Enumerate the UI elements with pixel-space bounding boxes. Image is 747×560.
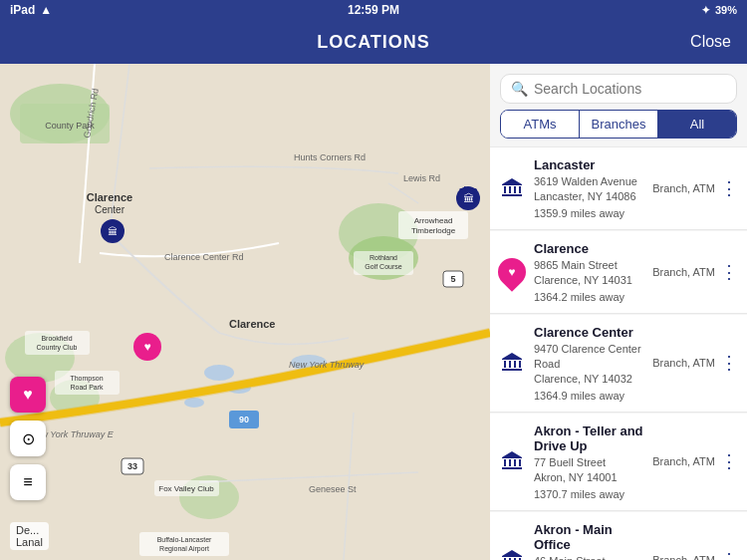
- heart-filter-button[interactable]: ♥: [10, 377, 46, 413]
- bank-icon: [498, 349, 526, 377]
- svg-text:Hunts Corners Rd: Hunts Corners Rd: [294, 152, 366, 162]
- location-distance: 1370.7 miles away: [534, 488, 644, 500]
- location-meta: Branch, ATM ⋮: [652, 176, 739, 200]
- battery-label: 39%: [715, 4, 737, 16]
- svg-text:Fox Valley Club: Fox Valley Club: [158, 484, 214, 493]
- svg-text:Timberlodge: Timberlodge: [411, 226, 456, 235]
- svg-text:Clarence Center Rd: Clarence Center Rd: [164, 252, 244, 262]
- location-address: 46 Main StreetAkron, NY 14001: [534, 554, 644, 560]
- list-item[interactable]: Akron - Main Office 46 Main StreetAkron,…: [490, 512, 747, 560]
- svg-text:Regional Airport: Regional Airport: [159, 545, 209, 553]
- main-content: 90 5 33 New York: [0, 64, 747, 560]
- svg-text:County Park: County Park: [45, 121, 95, 131]
- list-item[interactable]: Clarence Center 9470 Clarence Center Roa…: [490, 315, 747, 413]
- svg-text:Road Park: Road Park: [70, 384, 104, 391]
- location-info: Clarence 9865 Main StreetClarence, NY 14…: [534, 241, 644, 303]
- location-meta: Branch, ATM ⋮: [652, 548, 739, 560]
- location-info: Clarence Center 9470 Clarence Center Roa…: [534, 325, 644, 402]
- map-area[interactable]: 90 5 33 New York: [0, 64, 490, 560]
- location-info: Akron - Main Office 46 Main StreetAkron,…: [534, 522, 644, 560]
- svg-text:akro: akro: [458, 185, 478, 195]
- list-item[interactable]: Akron - Teller and Drive Up 77 Buell Str…: [490, 414, 747, 511]
- location-type: Branch, ATM: [652, 357, 715, 369]
- more-options-button[interactable]: ⋮: [719, 176, 739, 200]
- svg-text:Arrowhead: Arrowhead: [414, 216, 453, 225]
- location-address: 3619 Walden AvenueLancaster, NY 14086: [534, 174, 644, 205]
- svg-point-7: [204, 365, 234, 381]
- svg-text:90: 90: [239, 415, 249, 424]
- location-name: Clarence: [534, 241, 644, 256]
- location-button[interactable]: ⊙: [10, 420, 46, 456]
- tab-all[interactable]: All: [658, 111, 736, 138]
- location-type: Branch, ATM: [652, 182, 715, 194]
- locations-list: Lancaster 3619 Walden AvenueLancaster, N…: [490, 146, 747, 560]
- svg-text:Clarence: Clarence: [229, 318, 275, 330]
- search-input[interactable]: [534, 81, 726, 97]
- heart-pin-icon: [498, 258, 526, 286]
- tab-atms[interactable]: ATMs: [501, 111, 580, 138]
- location-name: Akron - Main Office: [534, 522, 644, 552]
- map-svg: 90 5 33 New York: [0, 64, 490, 560]
- svg-text:33: 33: [127, 461, 137, 471]
- location-address: 9865 Main StreetClarence, NY 14031: [534, 258, 644, 289]
- map-attribution: De...Lanal: [10, 522, 49, 550]
- right-panel: 🔍 ATMs Branches All Lancaster 3619 W: [490, 64, 747, 560]
- carrier-label: iPad: [10, 3, 35, 17]
- svg-text:🏛: 🏛: [108, 226, 118, 237]
- list-item[interactable]: Clarence 9865 Main StreetClarence, NY 14…: [490, 231, 747, 314]
- more-options-button[interactable]: ⋮: [719, 449, 739, 473]
- location-info: Lancaster 3619 Walden AvenueLancaster, N…: [534, 157, 644, 219]
- location-distance: 1359.9 miles away: [534, 207, 644, 219]
- location-type: Branch, ATM: [652, 554, 715, 560]
- svg-text:Rothland: Rothland: [370, 254, 397, 261]
- location-distance: 1364.2 miles away: [534, 291, 644, 303]
- svg-text:Brookfield: Brookfield: [41, 335, 72, 342]
- svg-text:Clarence: Clarence: [87, 191, 132, 203]
- location-meta: Branch, ATM ⋮: [652, 260, 739, 284]
- svg-text:♥: ♥: [143, 340, 150, 354]
- bluetooth-icon: ✦: [701, 4, 710, 17]
- title-bar: LOCATIONS Close: [0, 20, 747, 64]
- wifi-icon: ▲: [40, 3, 52, 17]
- search-input-wrap[interactable]: 🔍: [500, 74, 737, 104]
- location-type: Branch, ATM: [652, 455, 715, 467]
- page-title: LOCATIONS: [317, 32, 430, 53]
- close-button[interactable]: Close: [690, 33, 731, 51]
- location-name: Lancaster: [534, 157, 644, 172]
- location-name: Akron - Teller and Drive Up: [534, 423, 644, 453]
- location-distance: 1364.9 miles away: [534, 390, 644, 402]
- svg-text:Thompson: Thompson: [70, 375, 103, 383]
- svg-text:Golf Course: Golf Course: [365, 263, 401, 270]
- svg-text:Genesee St: Genesee St: [309, 484, 357, 494]
- location-meta: Branch, ATM ⋮: [652, 351, 739, 375]
- search-icon: 🔍: [511, 81, 528, 97]
- location-info: Akron - Teller and Drive Up 77 Buell Str…: [534, 423, 644, 500]
- status-bar: iPad ▲ 12:59 PM ✦ 39%: [0, 0, 747, 20]
- more-options-button[interactable]: ⋮: [719, 351, 739, 375]
- bank-icon: [498, 447, 526, 475]
- more-options-button[interactable]: ⋮: [719, 548, 739, 560]
- bank-icon: [498, 546, 526, 560]
- layers-button[interactable]: ≡: [10, 464, 46, 500]
- svg-text:Lewis Rd: Lewis Rd: [403, 173, 440, 183]
- search-bar: 🔍: [490, 64, 747, 110]
- time-label: 12:59 PM: [348, 3, 399, 17]
- svg-text:Country Club: Country Club: [37, 344, 78, 352]
- location-meta: Branch, ATM ⋮: [652, 449, 739, 473]
- svg-text:New York Thruway: New York Thruway: [289, 360, 365, 370]
- bank-icon: [498, 174, 526, 202]
- list-item[interactable]: Lancaster 3619 Walden AvenueLancaster, N…: [490, 146, 747, 230]
- filter-tabs: ATMs Branches All: [500, 110, 737, 139]
- map-controls: ♥ ⊙ ≡: [10, 377, 46, 500]
- more-options-button[interactable]: ⋮: [719, 260, 739, 284]
- tab-branches[interactable]: Branches: [580, 111, 658, 138]
- svg-text:5: 5: [450, 274, 455, 284]
- location-address: 77 Buell StreetAkron, NY 14001: [534, 455, 644, 486]
- location-name: Clarence Center: [534, 325, 644, 340]
- svg-text:Center: Center: [95, 204, 125, 215]
- location-address: 9470 Clarence Center RoadClarence, NY 14…: [534, 342, 644, 388]
- svg-text:Buffalo-Lancaster: Buffalo-Lancaster: [157, 536, 212, 543]
- location-type: Branch, ATM: [652, 266, 715, 278]
